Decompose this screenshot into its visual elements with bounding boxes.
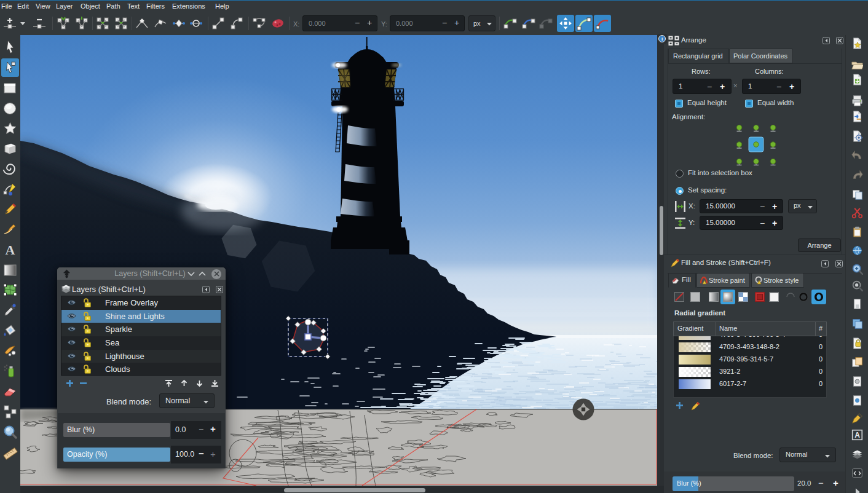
svg-text:A: A: [854, 431, 860, 440]
svg-text:A: A: [6, 242, 15, 258]
